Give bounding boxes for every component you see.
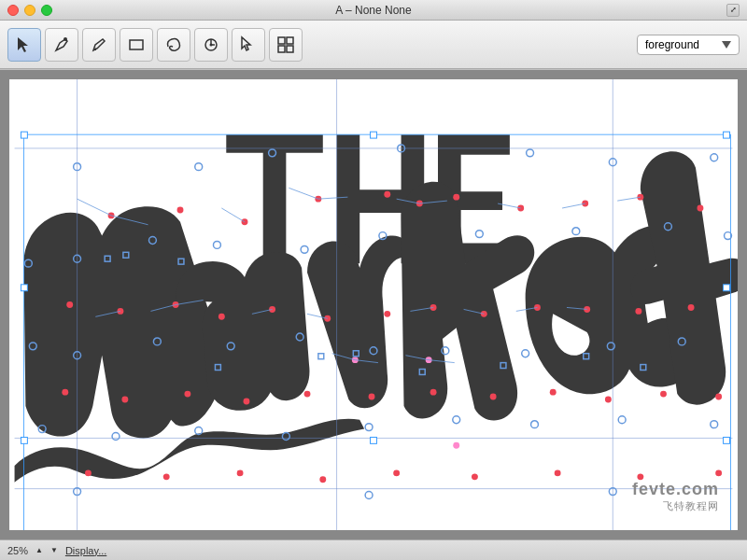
svg-point-89 — [430, 389, 437, 396]
traffic-lights — [0, 5, 52, 16]
svg-point-73 — [218, 314, 225, 320]
layer-dropdown[interactable]: foreground — [637, 35, 740, 55]
svg-point-96 — [163, 473, 170, 480]
window-controls-right: ⤢ — [726, 4, 740, 17]
toolbar: foreground — [0, 21, 747, 69]
svg-point-34 — [572, 228, 580, 235]
artboard: .letter-fill { fill: #3a3a3a; } — [9, 79, 738, 530]
svg-point-85 — [184, 391, 190, 398]
svg-point-33 — [475, 231, 483, 238]
svg-point-82 — [688, 304, 695, 311]
direct-select-tool-button[interactable] — [232, 28, 265, 62]
svg-line-117 — [78, 199, 111, 216]
rectangle-tool-button[interactable] — [120, 28, 153, 62]
svg-point-48 — [112, 433, 120, 441]
pen-tool-button[interactable] — [45, 28, 78, 62]
svg-point-53 — [531, 421, 539, 428]
watermark: fevte.com 飞特教程网 — [632, 480, 719, 513]
svg-marker-0 — [18, 37, 28, 52]
svg-line-126 — [617, 197, 641, 201]
svg-rect-9 — [287, 37, 293, 44]
svg-point-84 — [121, 397, 128, 403]
window-title: A – None None — [335, 4, 411, 17]
svg-point-21 — [195, 163, 203, 171]
svg-marker-7 — [242, 37, 250, 50]
svg-point-6 — [210, 43, 213, 46]
close-button[interactable] — [7, 5, 19, 16]
svg-point-63 — [384, 191, 390, 198]
svg-rect-147 — [724, 437, 730, 443]
triangle-icon: ▲ — [35, 546, 43, 554]
canvas-area[interactable]: .letter-fill { fill: #3a3a3a; } — [0, 70, 747, 539]
svg-rect-145 — [21, 437, 27, 443]
svg-rect-140 — [21, 132, 27, 138]
svg-point-51 — [365, 424, 373, 431]
svg-point-31 — [301, 245, 308, 253]
svg-line-119 — [221, 208, 245, 222]
svg-rect-143 — [21, 285, 27, 291]
svg-point-87 — [304, 391, 311, 398]
svg-point-97 — [237, 469, 244, 476]
maximize-button[interactable] — [41, 5, 52, 16]
svg-point-30 — [213, 241, 220, 248]
svg-point-88 — [369, 394, 375, 400]
lettering-svg: .letter-fill { fill: #3a3a3a; } — [9, 79, 738, 530]
svg-rect-111 — [318, 354, 324, 359]
status-bar: 25% ▲ ▼ Display... — [0, 539, 747, 560]
svg-point-76 — [384, 311, 390, 317]
lasso-tool-button[interactable] — [157, 28, 190, 62]
svg-point-83 — [62, 389, 68, 396]
svg-point-44 — [522, 350, 529, 357]
svg-point-81 — [635, 308, 641, 315]
svg-line-125 — [562, 203, 585, 208]
resize-button[interactable]: ⤢ — [726, 4, 740, 17]
svg-line-120 — [289, 188, 318, 199]
svg-point-86 — [244, 399, 250, 405]
svg-point-55 — [711, 421, 718, 428]
svg-point-54 — [618, 416, 626, 424]
svg-marker-12 — [722, 41, 731, 49]
svg-point-49 — [195, 427, 203, 435]
select-tool-button[interactable] — [7, 28, 41, 62]
svg-rect-11 — [287, 46, 293, 52]
svg-point-99 — [393, 469, 400, 476]
svg-point-60 — [177, 207, 184, 214]
svg-rect-8 — [278, 37, 285, 44]
svg-rect-144 — [724, 285, 730, 291]
view-tool-button[interactable] — [269, 28, 303, 62]
svg-point-93 — [660, 391, 667, 398]
svg-point-91 — [550, 389, 557, 396]
chevron-down-icon — [722, 41, 731, 49]
svg-rect-2 — [130, 40, 143, 49]
svg-rect-142 — [724, 132, 730, 138]
svg-point-98 — [319, 476, 326, 483]
svg-rect-146 — [371, 437, 377, 443]
svg-point-69 — [697, 205, 703, 212]
svg-rect-141 — [371, 132, 377, 138]
svg-point-92 — [605, 397, 612, 403]
svg-rect-10 — [278, 46, 285, 52]
svg-point-90 — [490, 394, 497, 400]
svg-point-101 — [555, 469, 561, 476]
triangle-down-icon: ▼ — [50, 546, 58, 554]
display-label[interactable]: Display... — [65, 545, 106, 556]
svg-point-106 — [453, 442, 459, 449]
layer-dropdown-value: foreground — [645, 38, 699, 51]
pencil-tool-button[interactable] — [82, 28, 116, 62]
svg-point-95 — [85, 469, 92, 476]
zoom-level: 25% — [7, 545, 28, 556]
svg-point-94 — [715, 394, 722, 400]
watermark-name: 飞特教程网 — [632, 499, 719, 513]
title-bar: A – None None ⤢ — [0, 0, 747, 21]
watermark-site: fevte.com — [632, 480, 719, 499]
svg-point-26 — [711, 154, 718, 161]
svg-point-70 — [66, 301, 73, 308]
svg-point-100 — [472, 473, 478, 480]
minimize-button[interactable] — [24, 5, 35, 16]
svg-point-65 — [453, 194, 459, 201]
svg-point-52 — [453, 416, 460, 424]
svg-point-103 — [715, 469, 722, 476]
rotate-tool-button[interactable] — [194, 28, 228, 62]
svg-point-24 — [527, 149, 534, 157]
svg-point-1 — [63, 37, 67, 41]
